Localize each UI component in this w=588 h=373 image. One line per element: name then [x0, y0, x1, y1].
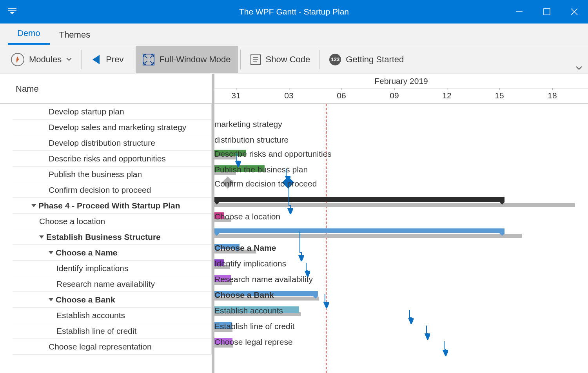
task-row[interactable]: Develop sales and marketing strategy [13, 120, 212, 135]
modules-label: Modules [29, 54, 62, 65]
dependency-links [214, 104, 587, 359]
window-title: The WPF Gantt - Startup Plan [0, 7, 588, 16]
task-row[interactable]: Research name availability [13, 276, 212, 292]
expand-icon[interactable] [31, 204, 36, 207]
task-rows: Develop startup planDevelop sales and ma… [0, 104, 212, 373]
full-window-label: Full-Window Mode [159, 54, 230, 65]
task-name: Research name availability [56, 279, 155, 289]
task-grid: Name Develop startup planDevelop sales a… [0, 74, 214, 373]
show-code-button[interactable]: Show Code [243, 46, 318, 73]
modules-button[interactable]: Modules [4, 46, 79, 73]
task-name: Choose a Name [56, 248, 118, 257]
task-row[interactable]: Develop startup plan [13, 104, 212, 120]
chevron-down-icon [66, 58, 72, 62]
task-name: Establish Business Structure [46, 232, 161, 242]
timeline-day: 12 [442, 91, 451, 100]
qat-dropdown-icon[interactable] [8, 7, 16, 16]
timeline-day: 06 [337, 91, 346, 100]
timeline-day: 15 [495, 91, 504, 100]
task-name: Develop startup plan [49, 107, 124, 116]
task-name: Identify implications [56, 264, 128, 273]
timeline-day: 03 [284, 91, 293, 100]
timeline-day: 09 [390, 91, 399, 100]
task-name: Develop distribution structure [49, 138, 155, 148]
gantt-control: Name Develop startup planDevelop sales a… [0, 74, 588, 373]
tab-themes[interactable]: Themes [50, 25, 100, 45]
task-row[interactable]: Publish the business plan [13, 167, 212, 182]
timeline-month: February 2019 [214, 74, 588, 89]
svg-rect-0 [544, 9, 550, 15]
number-badge-icon: 123 [329, 54, 341, 65]
task-row[interactable]: Choose a Name [13, 245, 212, 261]
maximize-button[interactable] [533, 0, 561, 24]
tab-demo[interactable]: Demo [8, 24, 50, 45]
task-row[interactable]: Establish accounts [13, 308, 212, 323]
show-code-label: Show Code [266, 54, 310, 65]
expand-icon[interactable] [49, 251, 53, 254]
task-row[interactable]: Establish line of credit [13, 323, 212, 339]
triangle-left-icon [91, 54, 101, 65]
ribbon-expand-icon[interactable] [576, 66, 582, 71]
task-row[interactable]: Describe risks and opportunities [13, 151, 212, 167]
task-row[interactable]: Develop distribution structure [13, 135, 212, 151]
task-name: Develop sales and marketing strategy [49, 123, 186, 132]
task-row[interactable]: Phase 4 - Proceed With Startup Plan [13, 198, 212, 214]
ribbon-tabs: Demo Themes [0, 24, 588, 45]
timeline-day: 31 [231, 91, 240, 100]
task-name: Choose a Bank [56, 295, 115, 304]
task-row[interactable]: Confirm decision to proceed [13, 182, 212, 198]
task-name: Establish accounts [56, 311, 125, 320]
fullscreen-icon [143, 54, 154, 65]
task-name: Describe risks and opportunities [49, 154, 166, 163]
getting-started-button[interactable]: 123 Getting Started [322, 46, 411, 73]
task-row[interactable]: Choose a location [13, 214, 212, 229]
prev-button[interactable]: Prev [84, 46, 131, 73]
prev-label: Prev [106, 54, 123, 65]
getting-started-label: Getting Started [346, 54, 404, 65]
close-button[interactable] [561, 0, 588, 24]
minimize-button[interactable] [506, 0, 533, 24]
column-header-name[interactable]: Name [0, 74, 212, 104]
timeline-days: 31030609121518 [214, 89, 588, 103]
task-name: Choose legal representation [49, 342, 152, 351]
task-name: Confirm decision to proceed [49, 185, 151, 195]
task-row[interactable]: Choose legal representation [13, 339, 212, 355]
task-row[interactable]: Choose a Bank [13, 292, 212, 308]
expand-icon[interactable] [39, 235, 44, 239]
timeline-header: February 2019 31030609121518 [214, 74, 588, 104]
task-name: Establish line of credit [56, 326, 136, 336]
task-name: Publish the business plan [49, 170, 142, 179]
task-name: Phase 4 - Proceed With Startup Plan [38, 201, 180, 210]
toolbar: Modules Prev Full-Window Mode Show Code … [0, 45, 588, 74]
code-icon [250, 54, 261, 65]
task-row[interactable]: Identify implications [13, 261, 212, 276]
task-name: Choose a location [39, 217, 105, 226]
task-row[interactable]: Establish Business Structure [13, 229, 212, 245]
full-window-button[interactable]: Full-Window Mode [136, 46, 238, 73]
compass-icon [11, 53, 24, 66]
expand-icon[interactable] [49, 298, 53, 301]
chart-area[interactable]: marketing strategy distribution structur… [214, 104, 588, 373]
gantt-chart[interactable]: February 2019 31030609121518 marketing s… [214, 74, 588, 373]
timeline-day: 18 [548, 91, 557, 100]
title-bar: The WPF Gantt - Startup Plan [0, 0, 588, 24]
